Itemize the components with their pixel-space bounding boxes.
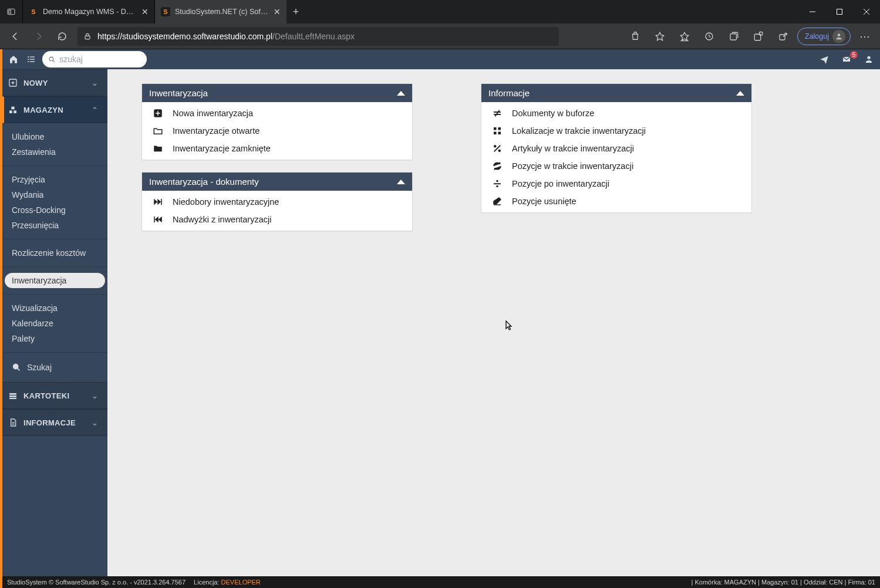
fast-forward-icon	[151, 197, 164, 207]
sidebar-item-inwentaryzacja[interactable]: Inwentaryzacja	[5, 273, 105, 288]
svg-line-24	[53, 60, 55, 62]
row-lokalizacje[interactable]: Lokalizacje w trakcie inwentaryzacji	[481, 122, 751, 140]
favorite-icon[interactable]	[649, 26, 670, 47]
sidebar-item-zestawienia[interactable]: Zestawienia	[5, 144, 105, 160]
sidebar-cat-kartoteki[interactable]: KARTOTEKI ⌄	[2, 382, 107, 409]
tab-title: Demo Magazyn WMS - Demo o…	[43, 8, 137, 16]
svg-rect-30	[14, 110, 16, 113]
svg-rect-29	[9, 110, 12, 113]
url-field[interactable]: https://studiosystemdemo.softwarestudio.…	[77, 27, 559, 46]
toggle-menu-icon[interactable]	[25, 53, 38, 66]
chevron-down-icon: ⌄	[89, 79, 102, 87]
svg-marker-8	[680, 32, 689, 40]
row-nadwyzki[interactable]: Nadwyżki z inwentaryzacji	[142, 211, 412, 228]
reading-list-icon[interactable]	[699, 26, 720, 47]
panel-inwentaryzacja: Inwentaryzacja Nowa inwentaryzacja Inwen…	[141, 83, 413, 160]
sidebar-item-wydania[interactable]: Wydania	[5, 187, 105, 202]
row-pozycje-po[interactable]: Pozycje po inwentaryzacji	[481, 175, 751, 192]
window-maximize-button[interactable]	[826, 0, 853, 23]
sidebar-item-przyjecia[interactable]: Przyjęcia	[5, 172, 105, 187]
svg-point-25	[867, 56, 870, 59]
nav-reload-button[interactable]	[52, 26, 73, 47]
browser-titlebar: S Demo Magazyn WMS - Demo o… ✕ S StudioS…	[0, 0, 880, 23]
svg-marker-42	[154, 199, 157, 205]
svg-rect-52	[498, 127, 501, 130]
collapse-icon[interactable]	[397, 91, 405, 96]
row-pozycje-trakcie[interactable]: Pozycje w trakcie inwentaryzacji	[481, 157, 751, 175]
favorites-bar-icon[interactable]	[674, 26, 695, 47]
search-input[interactable]	[59, 55, 141, 64]
new-tab-button[interactable]: +	[286, 6, 305, 18]
user-icon[interactable]	[862, 53, 875, 66]
window-close-button[interactable]	[853, 0, 880, 23]
collections-icon[interactable]	[723, 26, 744, 47]
folder-icon	[151, 143, 164, 154]
sidebar-item-wizualizacja[interactable]: Wizualizacja	[5, 300, 105, 316]
browser-tab-1[interactable]: S Demo Magazyn WMS - Demo o… ✕	[22, 0, 154, 23]
row-pozycje-usuniete[interactable]: Pozycje usunięte	[481, 192, 751, 210]
panel-header[interactable]: Informacje	[481, 84, 751, 102]
svg-point-32	[14, 364, 18, 369]
sidebar-item-rozliczenie[interactable]: Rozliczenie kosztów	[5, 245, 105, 261]
svg-rect-22	[30, 61, 35, 62]
sidebar-item-ulubione[interactable]: Ulubione	[5, 129, 105, 144]
svg-rect-20	[30, 59, 35, 59]
nav-back-button[interactable]	[5, 26, 26, 47]
nav-forward-button[interactable]	[28, 26, 49, 47]
row-dokumenty-bufor[interactable]: Dokumenty w buforze	[481, 104, 751, 122]
row-artykuly[interactable]: Artykuły w trakcie inwentaryzacji	[481, 140, 751, 157]
browser-menu-button[interactable]: ⋯	[854, 26, 875, 47]
panel-header[interactable]: Inwentaryzacja	[142, 84, 412, 102]
row-inwentaryzacje-otwarte[interactable]: Inwentaryzacje otwarte	[142, 122, 412, 140]
grid-icon	[491, 126, 504, 136]
sidebar-cat-nowy[interactable]: NOWY ⌄	[2, 69, 107, 96]
row-nowa-inwentaryzacja[interactable]: Nowa inwentaryzacja	[142, 104, 412, 122]
shopping-icon[interactable]	[625, 26, 646, 47]
collapse-icon[interactable]	[736, 91, 744, 96]
svg-rect-21	[28, 61, 29, 62]
svg-rect-47	[154, 217, 155, 223]
sidebar-item-kalendarze[interactable]: Kalendarze	[5, 316, 105, 331]
search-box[interactable]	[42, 51, 147, 67]
sidebar-item-szukaj[interactable]: Szukaj	[5, 359, 105, 376]
cat-label: NOWY	[23, 79, 48, 87]
tab-overview-button[interactable]	[0, 0, 22, 23]
row-inwentaryzacje-zamkniete[interactable]: Inwentaryzacje zamknięte	[142, 140, 412, 157]
divide-icon	[491, 178, 504, 189]
app-topbar: 5	[2, 49, 880, 69]
home-icon[interactable]	[7, 53, 20, 66]
panel-title: Informacje	[488, 88, 530, 98]
browser-login-button[interactable]: Zaloguj	[797, 28, 851, 45]
sidebar-cat-magazyn[interactable]: MAGAZYN ⌃	[2, 96, 107, 123]
panel-dokumenty: Inwentaryzacja - dokumenty Niedobory inw…	[141, 172, 413, 231]
sidebar-item-przesuniecia[interactable]: Przesunięcia	[5, 218, 105, 233]
tab-close-icon[interactable]: ✕	[141, 7, 149, 16]
panel-title: Inwentaryzacja	[149, 88, 208, 98]
sidebar: NOWY ⌄ MAGAZYN ⌃ Ulubione Zestawienia Pr…	[2, 69, 107, 576]
extensions-icon[interactable]	[748, 26, 769, 47]
search-icon	[48, 55, 56, 64]
chevron-up-icon: ⌃	[89, 106, 102, 114]
row-niedobory[interactable]: Niedobory inwentaryzacyjne	[142, 193, 412, 211]
window-minimize-button[interactable]	[799, 0, 826, 23]
plus-box-icon	[151, 108, 164, 119]
chevron-down-icon: ⌄	[89, 391, 102, 400]
sidebar-item-crossdocking[interactable]: Cross-Docking	[5, 202, 105, 218]
panel-header[interactable]: Inwentaryzacja - dokumenty	[142, 173, 412, 191]
tab-close-icon[interactable]: ✕	[274, 7, 281, 16]
cat-label: INFORMACJE	[23, 418, 76, 427]
mail-icon[interactable]: 5	[840, 53, 853, 66]
sidebar-cat-informacje[interactable]: INFORMACJE ⌄	[2, 409, 107, 436]
share-icon[interactable]	[773, 26, 794, 47]
status-context: | Komórka: MAGAZYN | Magazyn: 01 | Oddzi…	[692, 579, 875, 586]
lock-icon	[83, 32, 92, 40]
svg-marker-46	[155, 217, 159, 223]
send-icon[interactable]	[818, 53, 831, 66]
collapse-icon[interactable]	[397, 180, 405, 184]
svg-rect-35	[9, 396, 16, 397]
sidebar-item-palety[interactable]: Palety	[5, 331, 105, 346]
percent-icon	[491, 143, 504, 154]
status-bar: StudioSystem © SoftwareStudio Sp. z o.o.…	[2, 576, 880, 588]
browser-tab-2[interactable]: S StudioSystem.NET (c) SoftwareSt… ✕	[154, 0, 286, 23]
refresh-icon	[491, 161, 504, 171]
